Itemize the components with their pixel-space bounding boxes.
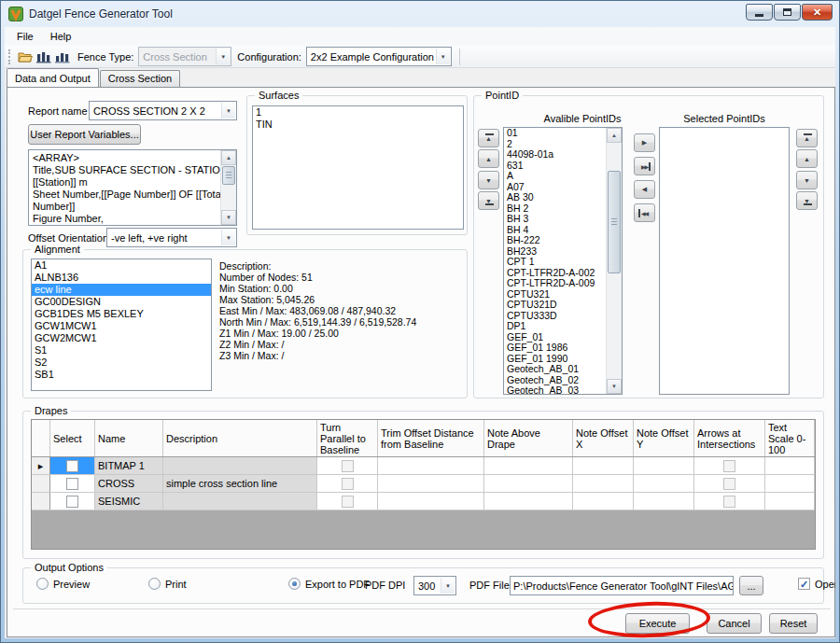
trim-offset-cell[interactable] bbox=[378, 475, 484, 492]
text-scale-cell[interactable] bbox=[765, 475, 815, 492]
available-move-to-top-button[interactable]: ▲ bbox=[478, 129, 499, 147]
select-cell[interactable] bbox=[50, 457, 95, 474]
checked-checkbox-icon[interactable]: ✓ bbox=[798, 578, 810, 590]
radio-selected-icon[interactable] bbox=[288, 578, 301, 590]
export-to-pdf-radio[interactable]: Export to PDF bbox=[288, 578, 370, 590]
column-header-text-scale[interactable]: Text Scale 0-100 bbox=[765, 420, 815, 456]
minimize-button[interactable] bbox=[746, 4, 773, 21]
note-offset-y-cell[interactable] bbox=[634, 457, 694, 474]
note-offset-y-cell[interactable] bbox=[634, 475, 694, 492]
pointid-list-item[interactable]: 44098-01a bbox=[504, 149, 622, 161]
pointid-list-item[interactable]: AB 30 bbox=[504, 192, 622, 203]
note-above-cell[interactable] bbox=[484, 493, 573, 510]
pointid-list-item[interactable]: A bbox=[504, 171, 622, 182]
reset-button[interactable]: Reset bbox=[769, 613, 818, 634]
turn-parallel-cell[interactable] bbox=[317, 475, 378, 492]
turn-parallel-cell[interactable] bbox=[317, 457, 378, 474]
menu-item[interactable]: Help bbox=[42, 28, 80, 45]
name-cell[interactable]: BITMAP 1 bbox=[95, 457, 163, 474]
alignment-list-item[interactable]: GCW1MCW1 bbox=[32, 320, 211, 332]
maximize-button[interactable] bbox=[774, 4, 801, 21]
radio-icon[interactable] bbox=[36, 578, 49, 590]
column-header-note-offset-y[interactable]: Note Offset Y bbox=[634, 420, 694, 456]
move-all-left-button[interactable]: ◀◀ bbox=[634, 203, 655, 222]
pointid-list-item[interactable]: Geotech_AB_01 bbox=[504, 364, 622, 375]
fence-chart-alt-icon[interactable] bbox=[54, 49, 71, 65]
browse-button[interactable]: ... bbox=[739, 576, 763, 595]
trim-offset-cell[interactable] bbox=[378, 457, 484, 474]
move-all-right-button[interactable]: ▶▶ bbox=[634, 157, 655, 175]
description-cell[interactable]: simple cross section line bbox=[163, 475, 317, 492]
available-pointids-list[interactable]: 01244098-01a631AA07AB 30BH 2BH 3BH 4BH-2… bbox=[503, 127, 623, 395]
alignment-list-item[interactable]: GCB1DES M5 BEXLEY bbox=[32, 308, 211, 320]
report-name-combo[interactable]: CROSS SECTION 2 X 2 ▼ bbox=[89, 101, 237, 120]
text-scale-cell[interactable] bbox=[765, 493, 815, 510]
alignment-list-item[interactable]: GCW2MCW1 bbox=[32, 332, 211, 344]
radio-icon[interactable] bbox=[148, 578, 161, 590]
alignment-list-item[interactable]: S1 bbox=[32, 344, 211, 356]
user-report-variables-button[interactable]: User Report Variables... bbox=[28, 124, 141, 145]
arrows-cell[interactable] bbox=[694, 457, 765, 474]
drapes-grid[interactable]: Select Name Description Turn Parallel to… bbox=[31, 419, 816, 550]
select-checkbox[interactable] bbox=[66, 496, 78, 508]
select-cell[interactable] bbox=[50, 475, 95, 492]
tab-cross-section[interactable]: Cross Section bbox=[100, 70, 180, 87]
cancel-button[interactable]: Cancel bbox=[707, 613, 762, 634]
selected-move-to-top-button[interactable]: ▲ bbox=[796, 129, 818, 147]
pointid-list-item[interactable]: CPT 1 bbox=[504, 257, 622, 268]
pointid-list-item[interactable]: DP1 bbox=[504, 321, 622, 332]
configuration-combo[interactable]: 2x2 Example Configuration ▼ bbox=[306, 47, 452, 66]
array-scrollbar[interactable]: ▲ ▼ bbox=[220, 150, 236, 225]
note-offset-x-cell[interactable] bbox=[573, 457, 634, 474]
description-cell[interactable] bbox=[163, 493, 317, 510]
report-array-textbox[interactable]: <ARRAY>Title,SUB SURFACE SECTION - STATI… bbox=[28, 149, 237, 226]
fence-chart-icon[interactable] bbox=[35, 49, 52, 65]
column-header-name[interactable]: Name bbox=[95, 420, 163, 456]
alignment-list-item[interactable]: SB1 bbox=[32, 369, 211, 381]
note-above-cell[interactable] bbox=[484, 475, 573, 492]
note-offset-y-cell[interactable] bbox=[634, 493, 694, 510]
arrows-checkbox[interactable] bbox=[723, 460, 735, 472]
alignment-list-item[interactable]: A1 bbox=[32, 259, 211, 272]
surfaces-list-item[interactable]: TIN bbox=[253, 119, 463, 131]
available-list-scrollbar[interactable]: ▲ ▼ bbox=[606, 128, 622, 394]
column-header-description[interactable]: Description bbox=[163, 420, 317, 456]
note-above-cell[interactable] bbox=[484, 457, 573, 474]
scroll-up-icon[interactable]: ▲ bbox=[607, 128, 622, 143]
selected-pointids-list[interactable] bbox=[659, 127, 790, 395]
description-cell[interactable] bbox=[163, 457, 317, 474]
arrows-checkbox[interactable] bbox=[723, 496, 735, 508]
pointid-list-item[interactable]: CPTU321D bbox=[504, 300, 622, 311]
open-checkbox-field[interactable]: ✓ Open bbox=[798, 578, 835, 590]
turn-parallel-checkbox[interactable] bbox=[342, 478, 354, 490]
available-move-to-bottom-button[interactable]: ▼ bbox=[478, 191, 499, 210]
text-scale-cell[interactable] bbox=[765, 457, 815, 474]
close-button[interactable]: ✕ bbox=[802, 4, 833, 21]
available-move-down-button[interactable]: ▼ bbox=[478, 171, 499, 189]
select-checkbox[interactable] bbox=[66, 460, 78, 472]
select-cell[interactable] bbox=[50, 493, 95, 510]
available-move-up-button[interactable]: ▲ bbox=[478, 149, 499, 168]
row-header-cell[interactable] bbox=[32, 493, 50, 510]
select-checkbox[interactable] bbox=[66, 478, 78, 490]
pointid-list-item[interactable]: 631 bbox=[504, 161, 622, 172]
scroll-down-icon[interactable]: ▼ bbox=[221, 210, 236, 225]
turn-parallel-checkbox[interactable] bbox=[342, 496, 354, 508]
pdf-file-input[interactable]: P:\Products\Fence Generator Tool\gINT Fi… bbox=[510, 576, 734, 595]
note-offset-x-cell[interactable] bbox=[573, 475, 634, 492]
pointid-list-item[interactable]: 01 bbox=[504, 128, 622, 139]
name-cell[interactable]: CROSS bbox=[95, 475, 163, 492]
surfaces-list[interactable]: 1TIN bbox=[252, 105, 464, 230]
column-header-select[interactable]: Select bbox=[50, 420, 95, 456]
column-header-trim-offset[interactable]: Trim Offset Distance from Baseline bbox=[378, 420, 484, 456]
note-offset-x-cell[interactable] bbox=[573, 493, 634, 510]
row-header-cell[interactable] bbox=[32, 457, 50, 474]
alignment-list-item[interactable]: S2 bbox=[32, 356, 211, 369]
tab-data-and-output[interactable]: Data and Output bbox=[7, 68, 99, 87]
scroll-up-icon[interactable]: ▲ bbox=[221, 150, 236, 165]
alignment-list-item[interactable]: GC00DESIGN bbox=[32, 296, 211, 308]
name-cell[interactable]: SEISMIC bbox=[95, 493, 163, 510]
selected-move-up-button[interactable]: ▲ bbox=[796, 149, 818, 168]
turn-parallel-checkbox[interactable] bbox=[342, 460, 354, 472]
arrows-cell[interactable] bbox=[694, 475, 765, 492]
